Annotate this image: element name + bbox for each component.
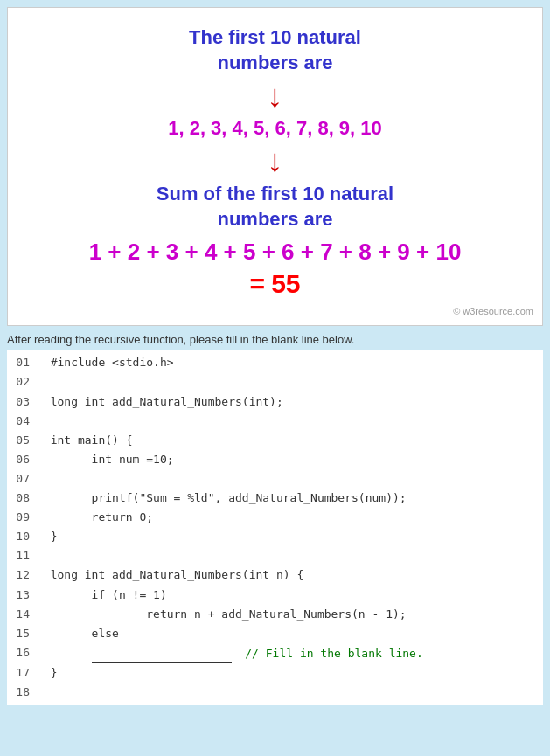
code-line: 12 long int add_Natural_Numbers(int n) { <box>14 565 536 585</box>
code-line: 01 #include <stdio.h> <box>14 353 536 372</box>
line-content: printf("Sum = %ld", add_Natural_Numbers(… <box>37 489 407 508</box>
code-line: 17 } <box>14 663 536 683</box>
line-number: 06 <box>14 450 37 469</box>
arrow-down-1: ↓ <box>17 80 533 112</box>
fill-comment: // Fill in the blank line. <box>245 647 423 660</box>
line-number: 14 <box>14 605 37 624</box>
line-number: 02 <box>14 372 37 392</box>
watermark: © w3resource.com <box>17 306 533 316</box>
code-line: 06 int num =10; <box>14 450 536 469</box>
numbers-row: 1, 2, 3, 4, 5, 6, 7, 8, 9, 10 <box>17 117 533 140</box>
line-content: } <box>37 527 57 546</box>
line-content[interactable]: // Fill in the blank line. <box>37 643 423 663</box>
code-line: 18 <box>14 683 536 702</box>
line-number: 01 <box>14 353 37 372</box>
line-number: 11 <box>14 546 37 565</box>
code-block: 01 #include <stdio.h>0203 long int add_N… <box>7 350 543 705</box>
line-content: long int add_Natural_Numbers(int n) { <box>37 565 303 585</box>
arrow-down-2: ↓ <box>17 145 533 177</box>
code-line: 14 return n + add_Natural_Numbers(n - 1)… <box>14 605 536 624</box>
line-number: 18 <box>14 683 37 702</box>
line-content: int main() { <box>37 431 133 450</box>
description-text: After reading the recursive function, pl… <box>7 333 543 346</box>
code-line: 07 <box>14 469 536 489</box>
line-number: 10 <box>14 527 37 546</box>
equals-sign: = <box>249 269 265 298</box>
diagram-box: The first 10 natural numbers are ↓ 1, 2,… <box>7 7 543 326</box>
line-number: 07 <box>14 469 37 489</box>
code-line: 08 printf("Sum = %ld", add_Natural_Numbe… <box>14 489 536 508</box>
line-content: } <box>37 663 57 683</box>
line-number: 04 <box>14 412 37 431</box>
line-content: return 0; <box>37 508 153 527</box>
result-value: 55 <box>271 269 300 298</box>
code-line: 13 if (n != 1) <box>14 586 536 605</box>
code-line: 10 } <box>14 527 536 546</box>
line-number: 13 <box>14 586 37 605</box>
line-number: 17 <box>14 663 37 683</box>
line-number: 12 <box>14 565 37 585</box>
line-content: return n + add_Natural_Numbers(n - 1); <box>37 605 407 624</box>
line-content: #include <stdio.h> <box>37 353 174 372</box>
code-line: 04 <box>14 412 536 431</box>
line-number: 09 <box>14 508 37 527</box>
blank-input[interactable] <box>92 643 232 663</box>
sum-title: Sum of the first 10 natural numbers are <box>17 182 533 232</box>
code-line: 02 <box>14 372 536 392</box>
line-content: int num =10; <box>37 450 174 469</box>
line-content: if (n != 1) <box>37 586 167 605</box>
code-line: 09 return 0; <box>14 508 536 527</box>
main-container: The first 10 natural numbers are ↓ 1, 2,… <box>0 0 550 712</box>
line-number: 05 <box>14 431 37 450</box>
code-line: 15 else <box>14 624 536 643</box>
diagram-title: The first 10 natural numbers are <box>17 25 533 75</box>
line-content: else <box>37 624 119 643</box>
sum-equation: 1 + 2 + 3 + 4 + 5 + 6 + 7 + 8 + 9 + 10 <box>17 239 533 266</box>
sum-result: = 55 <box>17 269 533 299</box>
line-number: 08 <box>14 489 37 508</box>
line-number: 03 <box>14 392 37 412</box>
code-line: 03 long int add_Natural_Numbers(int); <box>14 392 536 412</box>
code-line: 11 <box>14 546 536 565</box>
code-line: 16 // Fill in the blank line. <box>14 643 536 663</box>
line-number: 16 <box>14 643 37 663</box>
line-number: 15 <box>14 624 37 643</box>
line-content: long int add_Natural_Numbers(int); <box>37 392 283 412</box>
code-line: 05 int main() { <box>14 431 536 450</box>
